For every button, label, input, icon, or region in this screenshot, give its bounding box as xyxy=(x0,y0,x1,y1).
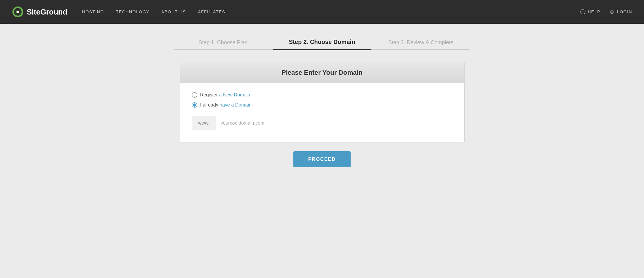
domain-card: Please Enter Your Domain Register a New … xyxy=(180,62,465,142)
step-3[interactable]: Step 3. Review & Complete xyxy=(371,39,470,50)
domain-card-body: Register a New Domain I already have a D… xyxy=(180,83,464,142)
nav-affiliates[interactable]: AFFILIATES xyxy=(198,9,225,15)
step-1-label: Step 1. Choose Plan xyxy=(199,39,248,45)
domain-card-header: Please Enter Your Domain xyxy=(180,62,464,83)
step-2-label: Step 2. Choose Domain xyxy=(289,39,355,45)
radio-group: Register a New Domain I already have a D… xyxy=(192,92,452,108)
help-link[interactable]: ⓘ HELP xyxy=(580,8,600,15)
domain-input-row: www. xyxy=(192,116,452,130)
domain-prefix: www. xyxy=(192,116,216,130)
main-content: Step 1. Choose Plan Step 2. Choose Domai… xyxy=(0,24,644,278)
help-icon: ⓘ xyxy=(580,8,586,15)
register-domain-radio[interactable] xyxy=(192,92,197,98)
proceed-button[interactable]: PROCEED xyxy=(293,151,351,167)
svg-point-2 xyxy=(17,11,19,13)
proceed-container: PROCEED xyxy=(6,151,638,167)
existing-domain-link[interactable]: have a Domain xyxy=(220,102,252,107)
nav-links: HOSTING TECHNOLOGY ABOUT US AFFILIATES xyxy=(82,9,225,15)
logo-text: SiteGround xyxy=(27,7,67,17)
nav-right: ⓘ HELP ☺ LOGIN xyxy=(580,8,632,15)
login-link[interactable]: ☺ LOGIN xyxy=(609,9,632,15)
existing-domain-option[interactable]: I already have a Domain xyxy=(192,102,452,108)
register-domain-option[interactable]: Register a New Domain xyxy=(192,92,452,98)
nav-technology[interactable]: TECHNOLOGY xyxy=(116,9,150,15)
user-icon: ☺ xyxy=(609,9,615,15)
steps-container: Step 1. Choose Plan Step 2. Choose Domai… xyxy=(174,39,470,50)
step-2[interactable]: Step 2. Choose Domain xyxy=(273,39,371,50)
logo[interactable]: SiteGround xyxy=(12,6,67,18)
register-domain-label: Register a New Domain xyxy=(200,92,250,98)
step-3-label: Step 3. Review & Complete xyxy=(388,39,454,45)
register-domain-link[interactable]: a New Domain xyxy=(219,92,250,97)
step-1[interactable]: Step 1. Choose Plan xyxy=(174,39,273,50)
nav-left: SiteGround HOSTING TECHNOLOGY ABOUT US A… xyxy=(12,6,225,18)
navigation: SiteGround HOSTING TECHNOLOGY ABOUT US A… xyxy=(0,0,644,24)
existing-domain-radio[interactable] xyxy=(192,102,197,108)
existing-domain-label: I already have a Domain xyxy=(200,102,252,108)
nav-hosting[interactable]: HOSTING xyxy=(82,9,104,15)
domain-input[interactable] xyxy=(216,116,452,130)
siteground-logo-icon xyxy=(12,6,24,18)
nav-about-us[interactable]: ABOUT US xyxy=(161,9,186,15)
domain-card-title: Please Enter Your Domain xyxy=(282,69,362,76)
